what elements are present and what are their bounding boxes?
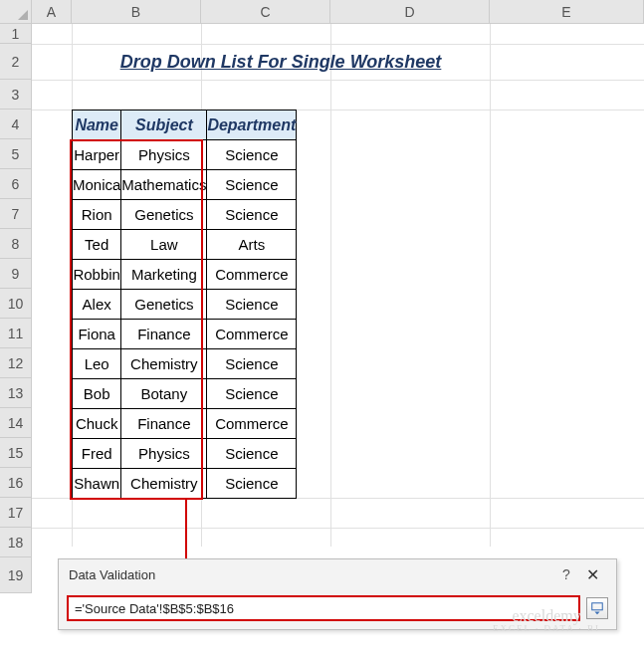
close-button[interactable]: ✕: [578, 565, 606, 584]
table-row: FionaFinanceCommerce: [73, 320, 297, 349]
column-headers: A B C D E: [32, 0, 644, 24]
col-header-B[interactable]: B: [72, 0, 201, 24]
dialog-title: Data Validation: [69, 567, 554, 582]
cell-department[interactable]: Arts: [207, 230, 297, 260]
cell-department[interactable]: Commerce: [207, 260, 297, 290]
cell-subject[interactable]: Chemistry: [121, 349, 207, 379]
row-header-6[interactable]: 6: [0, 169, 32, 199]
svg-rect-0: [592, 603, 603, 610]
cell-name[interactable]: Shawn: [73, 469, 121, 499]
cell-name[interactable]: Robbin: [73, 260, 121, 290]
cell-subject[interactable]: Physics: [121, 439, 207, 469]
cell-department[interactable]: Science: [207, 290, 297, 320]
cell-department[interactable]: Science: [207, 200, 297, 230]
header-name[interactable]: Name: [73, 111, 121, 140]
row-header-14[interactable]: 14: [0, 408, 32, 438]
cell-name[interactable]: Harper: [73, 140, 121, 170]
source-formula-input[interactable]: [67, 595, 580, 621]
row-header-8[interactable]: 8: [0, 229, 32, 259]
cell-name[interactable]: Monica: [73, 170, 121, 200]
help-button[interactable]: ?: [554, 566, 578, 582]
row-header-9[interactable]: 9: [0, 259, 32, 289]
table-row: MonicaMathematicsScience: [73, 170, 297, 200]
expand-dialog-button[interactable]: [586, 597, 608, 619]
row-header-3[interactable]: 3: [0, 80, 32, 110]
table-row: ChuckFinanceCommerce: [73, 409, 297, 439]
col-header-C[interactable]: C: [201, 0, 330, 24]
cell-department[interactable]: Commerce: [207, 409, 297, 439]
cell-subject[interactable]: Law: [121, 230, 207, 260]
cell-name[interactable]: Fiona: [73, 320, 121, 349]
row-header-19[interactable]: 19: [0, 557, 32, 593]
cell-subject[interactable]: Finance: [121, 320, 207, 349]
cell-subject[interactable]: Genetics: [121, 290, 207, 320]
cell-department[interactable]: Science: [207, 140, 297, 170]
row-header-1[interactable]: 1: [0, 24, 32, 44]
cell-name[interactable]: Bob: [73, 379, 121, 409]
cell-subject[interactable]: Mathematics: [121, 170, 207, 200]
row-header-17[interactable]: 17: [0, 498, 32, 528]
col-header-A[interactable]: A: [32, 0, 72, 24]
row-header-11[interactable]: 11: [0, 319, 32, 348]
cell-subject[interactable]: Chemistry: [121, 469, 207, 499]
expand-icon: [590, 601, 604, 615]
row-header-18[interactable]: 18: [0, 528, 32, 557]
table-row: RobbinMarketingCommerce: [73, 260, 297, 290]
table-row: AlexGeneticsScience: [73, 290, 297, 320]
cell-subject[interactable]: Finance: [121, 409, 207, 439]
select-all-corner[interactable]: [0, 0, 32, 24]
cell-subject[interactable]: Botany: [121, 379, 207, 409]
header-subject[interactable]: Subject: [121, 111, 207, 140]
cell-name[interactable]: Chuck: [73, 409, 121, 439]
cell-subject[interactable]: Physics: [121, 140, 207, 170]
row-header-2[interactable]: 2: [0, 44, 32, 80]
table-row: BobBotanyScience: [73, 379, 297, 409]
data-table: Name Subject Department HarperPhysicsSci…: [72, 110, 297, 499]
cell-department[interactable]: Science: [207, 379, 297, 409]
table-row: ShawnChemistryScience: [73, 469, 297, 499]
row-header-7[interactable]: 7: [0, 199, 32, 229]
cell-department[interactable]: Science: [207, 170, 297, 200]
row-header-12[interactable]: 12: [0, 348, 32, 378]
cell-department[interactable]: Commerce: [207, 320, 297, 349]
cell-department[interactable]: Science: [207, 349, 297, 379]
row-header-16[interactable]: 16: [0, 468, 32, 498]
cell-department[interactable]: Science: [207, 469, 297, 499]
table-header-row: Name Subject Department: [73, 111, 297, 140]
cell-name[interactable]: Rion: [73, 200, 121, 230]
data-validation-dialog[interactable]: Data Validation ? ✕: [58, 558, 617, 630]
cell-subject[interactable]: Genetics: [121, 200, 207, 230]
row-header-10[interactable]: 10: [0, 289, 32, 319]
row-header-13[interactable]: 13: [0, 378, 32, 408]
cell-name[interactable]: Leo: [73, 349, 121, 379]
cell-department[interactable]: Science: [207, 439, 297, 469]
header-department[interactable]: Department: [207, 111, 297, 140]
col-header-D[interactable]: D: [330, 0, 490, 24]
row-headers: 1 2 3 4 5 6 7 8 9 10 11 12 13 14 15 16 1…: [0, 24, 32, 593]
cell-name[interactable]: Ted: [73, 230, 121, 260]
table-row: HarperPhysicsScience: [73, 140, 297, 170]
cell-subject[interactable]: Marketing: [121, 260, 207, 290]
page-title: Drop Down List For Single Worksheet: [72, 44, 490, 80]
col-header-E[interactable]: E: [490, 0, 644, 24]
table-row: RionGeneticsScience: [73, 200, 297, 230]
cell-name[interactable]: Fred: [73, 439, 121, 469]
table-row: TedLawArts: [73, 230, 297, 260]
row-header-15[interactable]: 15: [0, 438, 32, 468]
table-row: FredPhysicsScience: [73, 439, 297, 469]
cell-name[interactable]: Alex: [73, 290, 121, 320]
row-header-5[interactable]: 5: [0, 139, 32, 169]
dialog-header[interactable]: Data Validation ? ✕: [59, 559, 616, 589]
table-row: LeoChemistryScience: [73, 349, 297, 379]
spreadsheet-grid[interactable]: A B C D E 1 2 3 4 5 6 7 8 9 10 11 12 13 …: [0, 0, 644, 664]
row-header-4[interactable]: 4: [0, 110, 32, 139]
